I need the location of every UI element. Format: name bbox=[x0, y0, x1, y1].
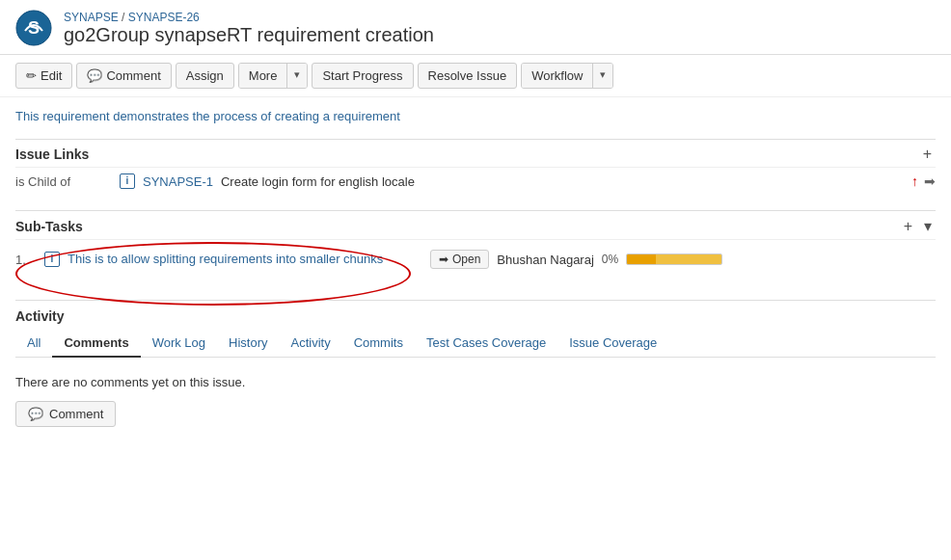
breadcrumb-title-area: SYNAPSE / SYNAPSE-26 go2Group synapseRT … bbox=[64, 11, 434, 46]
subtask-menu-button[interactable]: ▾ bbox=[920, 217, 936, 235]
edit-icon: ✏ bbox=[26, 68, 37, 83]
status-arrow-icon: ➡ bbox=[439, 253, 448, 266]
issue-links-header: Issue Links + bbox=[15, 140, 936, 167]
subtask-meta: ➡ Open Bhushan Nagaraj 0% bbox=[430, 250, 722, 269]
subtask-number: 1. bbox=[15, 253, 31, 267]
issue-links-title: Issue Links bbox=[15, 147, 89, 162]
linked-issue-id[interactable]: SYNAPSE-1 bbox=[143, 174, 213, 189]
assign-button[interactable]: Assign bbox=[176, 63, 234, 89]
issue-type-icon: i bbox=[120, 173, 135, 189]
tab-issue-coverage[interactable]: Issue Coverage bbox=[557, 330, 668, 358]
add-issue-link-button[interactable]: + bbox=[919, 146, 936, 163]
subtask-status-label: Open bbox=[452, 253, 480, 266]
workflow-split-button[interactable]: Workflow ▾ bbox=[521, 63, 613, 89]
sub-tasks-header: Sub-Tasks + ▾ bbox=[15, 211, 936, 239]
sub-tasks-actions: + ▾ bbox=[900, 217, 936, 235]
subtask-progress-bar bbox=[626, 253, 722, 265]
resolve-issue-label: Resolve Issue bbox=[428, 68, 507, 83]
subtask-link[interactable]: This is to allow splitting requirements … bbox=[68, 251, 415, 268]
comment-label: Comment bbox=[106, 68, 160, 83]
breadcrumb-issue-link[interactable]: SYNAPSE-26 bbox=[128, 11, 200, 24]
delete-link-icon[interactable]: ➡ bbox=[924, 173, 936, 189]
issue-links-actions: + bbox=[919, 146, 936, 163]
tab-all[interactable]: All bbox=[15, 330, 52, 358]
breadcrumb-separator: / bbox=[122, 11, 128, 24]
start-progress-label: Start Progress bbox=[322, 68, 402, 83]
progress-bar-segment-2 bbox=[656, 254, 722, 264]
comment-btn-label: Comment bbox=[49, 407, 103, 421]
activity-section: Activity All Comments Work Log History A… bbox=[15, 300, 936, 427]
page-title: go2Group synapseRT requirement creation bbox=[64, 24, 434, 46]
issue-link-row: is Child of i SYNAPSE-1 Create login for… bbox=[15, 167, 936, 195]
subtask-assignee: Bhushan Nagaraj bbox=[497, 253, 593, 267]
workflow-main[interactable]: Workflow bbox=[522, 64, 593, 88]
tab-history[interactable]: History bbox=[217, 330, 279, 358]
more-main[interactable]: More bbox=[239, 64, 288, 88]
resolve-issue-button[interactable]: Resolve Issue bbox=[418, 63, 518, 89]
svg-text:S: S bbox=[28, 18, 40, 38]
assign-label: Assign bbox=[186, 68, 224, 83]
issue-link-row-actions: ↑ ➡ bbox=[911, 173, 936, 189]
edit-label: Edit bbox=[41, 68, 62, 83]
workflow-caret[interactable]: ▾ bbox=[593, 64, 612, 88]
comment-toolbar-button[interactable]: 💬 Comment bbox=[76, 63, 171, 89]
tab-worklog[interactable]: Work Log bbox=[141, 330, 217, 358]
subtask-row: 1. i This is to allow splitting requirem… bbox=[15, 239, 936, 284]
breadcrumb-project-link[interactable]: SYNAPSE bbox=[64, 11, 119, 24]
no-comments-text: There are no comments yet on this issue. bbox=[15, 367, 936, 401]
comment-bubble-icon: 💬 bbox=[28, 407, 43, 421]
tab-comments[interactable]: Comments bbox=[52, 330, 140, 358]
more-split-button[interactable]: More ▾ bbox=[238, 63, 309, 89]
start-progress-button[interactable]: Start Progress bbox=[312, 63, 413, 89]
move-up-icon[interactable]: ↑ bbox=[911, 173, 918, 189]
edit-button[interactable]: ✏ Edit bbox=[15, 63, 72, 89]
tab-commits[interactable]: Commits bbox=[342, 330, 415, 358]
issue-links-section: Issue Links + is Child of i SYNAPSE-1 Cr… bbox=[15, 139, 936, 195]
toolbar: ✏ Edit 💬 Comment Assign More ▾ Start Pro… bbox=[0, 55, 951, 97]
tab-test-cases-coverage[interactable]: Test Cases Coverage bbox=[415, 330, 557, 358]
sub-tasks-section: Sub-Tasks + ▾ 1. i This is to allow spli… bbox=[15, 210, 936, 284]
linked-issue-desc: Create login form for english locale bbox=[221, 174, 415, 189]
subtask-status: ➡ Open bbox=[430, 250, 489, 269]
breadcrumb: SYNAPSE / SYNAPSE-26 bbox=[64, 11, 434, 24]
progress-bar-segment-1 bbox=[627, 254, 655, 264]
activity-tabs: All Comments Work Log History Activity C… bbox=[15, 330, 936, 358]
more-caret[interactable]: ▾ bbox=[287, 64, 307, 88]
description-text: This requirement demonstrates the proces… bbox=[15, 109, 936, 123]
sub-tasks-title: Sub-Tasks bbox=[15, 219, 83, 234]
comment-icon: 💬 bbox=[87, 68, 102, 83]
add-subtask-button[interactable]: + bbox=[900, 218, 916, 235]
page-header: S SYNAPSE / SYNAPSE-26 go2Group synapseR… bbox=[0, 0, 951, 55]
activity-title: Activity bbox=[15, 301, 936, 330]
subtask-progress-pct: 0% bbox=[602, 253, 618, 266]
tab-activity[interactable]: Activity bbox=[280, 330, 342, 358]
subtask-type-icon: i bbox=[44, 252, 60, 267]
comment-bottom-button[interactable]: 💬 Comment bbox=[15, 401, 116, 427]
issue-relation-label: is Child of bbox=[15, 174, 112, 189]
content-area: This requirement demonstrates the proces… bbox=[0, 97, 951, 439]
app-logo[interactable]: S bbox=[15, 10, 52, 46]
